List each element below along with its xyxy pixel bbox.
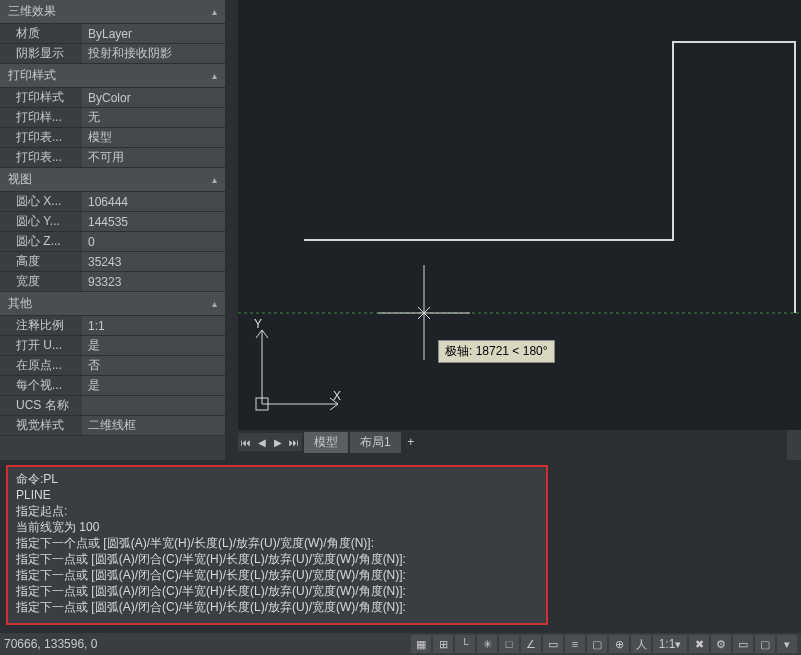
property-label: 高度 (0, 253, 82, 270)
cmd-line: 命令:PL (16, 471, 538, 487)
status-grid-icon[interactable]: ▦ (411, 635, 431, 653)
property-row[interactable]: 材质ByLayer (0, 24, 225, 44)
property-row[interactable]: 打开 U...是 (0, 336, 225, 356)
property-row[interactable]: 在原点...否 (0, 356, 225, 376)
drawing-canvas[interactable]: Y X 极轴: 18721 < 180° (238, 0, 801, 430)
property-row[interactable]: 圆心 X...106444 (0, 192, 225, 212)
property-value[interactable]: 投射和接收阴影 (82, 44, 225, 63)
property-row[interactable]: UCS 名称 (0, 396, 225, 416)
section-header[interactable]: 打印样式▴ (0, 64, 225, 88)
tab-nav: ⏮ ◀ ▶ ⏭ (238, 433, 302, 451)
property-value[interactable]: ByColor (82, 88, 225, 107)
property-row[interactable]: 打印样式ByColor (0, 88, 225, 108)
property-value[interactable]: 0 (82, 232, 225, 251)
status-anno-icon[interactable]: ✖ (689, 635, 709, 653)
property-label: 打印样式 (0, 89, 82, 106)
cmd-line: 指定起点: (16, 503, 538, 519)
status-lwt-icon[interactable]: ≡ (565, 635, 585, 653)
collapse-icon: ▴ (212, 6, 217, 17)
collapse-icon: ▴ (212, 298, 217, 309)
property-label: 材质 (0, 25, 82, 42)
status-custom-icon[interactable]: ▾ (777, 635, 797, 653)
property-value[interactable]: 1:1 (82, 316, 225, 335)
property-row[interactable]: 打印样...无 (0, 108, 225, 128)
property-label: 视觉样式 (0, 417, 82, 434)
cmd-line: 指定下一点或 [圆弧(A)/闭合(C)/半宽(H)/长度(L)/放弃(U)/宽度… (16, 551, 538, 567)
property-value[interactable]: 106444 (82, 192, 225, 211)
property-row[interactable]: 圆心 Y...144535 (0, 212, 225, 232)
coords-readout: 70666, 133596, 0 (4, 637, 97, 651)
property-label: 每个视... (0, 377, 82, 394)
cmd-line: 指定下一点或 [圆弧(A)/闭合(C)/半宽(H)/长度(L)/放弃(U)/宽度… (16, 599, 538, 615)
property-label: 打印表... (0, 149, 82, 166)
property-row[interactable]: 打印表...模型 (0, 128, 225, 148)
polar-tooltip: 极轴: 18721 < 180° (438, 340, 555, 363)
nav-prev[interactable]: ◀ (254, 433, 270, 451)
property-row[interactable]: 高度35243 (0, 252, 225, 272)
cmd-line: 指定下一点或 [圆弧(A)/闭合(C)/半宽(H)/长度(L)/放弃(U)/宽度… (16, 583, 538, 599)
property-value[interactable]: 模型 (82, 128, 225, 147)
status-osnap-icon[interactable]: □ (499, 635, 519, 653)
property-row[interactable]: 每个视...是 (0, 376, 225, 396)
section-title: 打印样式 (8, 67, 56, 84)
property-value[interactable]: 否 (82, 356, 225, 375)
section-title: 视图 (8, 171, 32, 188)
section-title: 三维效果 (8, 3, 56, 20)
status-polar-icon[interactable]: ✳ (477, 635, 497, 653)
property-value[interactable]: 二维线框 (82, 416, 225, 435)
property-label: 圆心 X... (0, 193, 82, 210)
property-value[interactable]: 不可用 (82, 148, 225, 167)
status-magnet-icon[interactable]: ⊕ (609, 635, 629, 653)
section-title: 其他 (8, 295, 32, 312)
property-label: 打开 U... (0, 337, 82, 354)
property-value[interactable]: 无 (82, 108, 225, 127)
tab-add[interactable]: + (403, 435, 419, 449)
property-label: 圆心 Z... (0, 233, 82, 250)
property-row[interactable]: 阴影显示投射和接收阴影 (0, 44, 225, 64)
tab-layout1[interactable]: 布局1 (350, 432, 401, 453)
nav-first[interactable]: ⏮ (238, 433, 254, 451)
property-value[interactable]: ByLayer (82, 24, 225, 43)
status-ortho-icon[interactable]: └ (455, 635, 475, 653)
section-header[interactable]: 三维效果▴ (0, 0, 225, 24)
cmd-line: 指定下一个点或 [圆弧(A)/半宽(H)/长度(L)/放弃(U)/宽度(W)/角… (16, 535, 538, 551)
property-value[interactable]: 144535 (82, 212, 225, 231)
property-value[interactable]: 35243 (82, 252, 225, 271)
property-value[interactable]: 是 (82, 376, 225, 395)
property-row[interactable]: 宽度93323 (0, 272, 225, 292)
property-value[interactable]: 是 (82, 336, 225, 355)
property-row[interactable]: 视觉样式二维线框 (0, 416, 225, 436)
property-value[interactable]: 93323 (82, 272, 225, 291)
property-row[interactable]: 注释比例1:1 (0, 316, 225, 336)
property-row[interactable]: 打印表...不可用 (0, 148, 225, 168)
property-row[interactable]: 圆心 Z...0 (0, 232, 225, 252)
nav-next[interactable]: ▶ (270, 433, 286, 451)
status-annoscale[interactable]: 1:1▾ (653, 635, 687, 653)
property-label: UCS 名称 (0, 397, 82, 414)
property-label: 圆心 Y... (0, 213, 82, 230)
nav-last[interactable]: ⏭ (286, 433, 302, 451)
status-dyn-icon[interactable]: ▭ (543, 635, 563, 653)
cmd-line: 指定下一点或 [圆弧(A)/闭合(C)/半宽(H)/长度(L)/放弃(U)/宽度… (16, 567, 538, 583)
svg-line-8 (256, 330, 262, 338)
status-monitor-icon[interactable]: ▭ (733, 635, 753, 653)
collapse-icon: ▴ (212, 174, 217, 185)
status-otrack-icon[interactable]: ∠ (521, 635, 541, 653)
status-model-icon[interactable]: ▢ (587, 635, 607, 653)
status-clean-icon[interactable]: ▢ (755, 635, 775, 653)
property-label: 打印表... (0, 129, 82, 146)
svg-line-11 (330, 404, 338, 410)
property-label: 打印样... (0, 109, 82, 126)
tab-model[interactable]: 模型 (304, 432, 348, 453)
status-axis-icon[interactable]: 人 (631, 635, 651, 653)
status-snap-icon[interactable]: ⊞ (433, 635, 453, 653)
status-gear-icon[interactable]: ⚙ (711, 635, 731, 653)
property-value[interactable] (82, 396, 225, 415)
section-header[interactable]: 视图▴ (0, 168, 225, 192)
properties-panel: 三维效果▴材质ByLayer阴影显示投射和接收阴影打印样式▴打印样式ByColo… (0, 0, 225, 460)
status-bar: 70666, 133596, 0 ▦ ⊞ └ ✳ □ ∠ ▭ ≡ ▢ ⊕ 人 1… (0, 633, 801, 655)
command-history[interactable]: 命令:PL PLINE 指定起点: 当前线宽为 100 指定下一个点或 [圆弧(… (6, 465, 548, 625)
property-label: 阴影显示 (0, 45, 82, 62)
cmd-line: 当前线宽为 100 (16, 519, 538, 535)
section-header[interactable]: 其他▴ (0, 292, 225, 316)
